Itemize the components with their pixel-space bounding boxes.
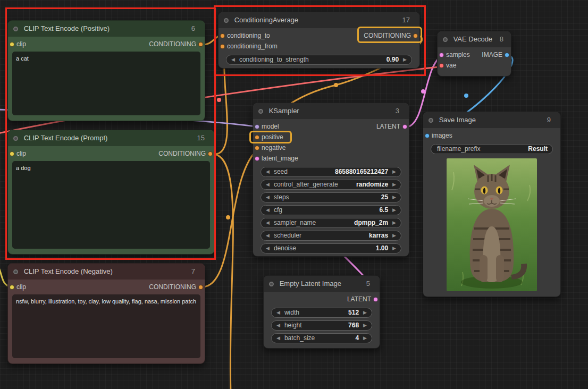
node-header[interactable]: CLIP Text Encode (Prompt) 15 bbox=[8, 130, 214, 146]
latent-output-port[interactable] bbox=[373, 297, 378, 302]
node-title: Save Image bbox=[439, 116, 476, 124]
decrement-arrow-icon[interactable] bbox=[266, 182, 270, 187]
node-ksampler[interactable]: KSampler 3 model LATENT positive negativ… bbox=[253, 103, 409, 257]
node-save-image[interactable]: Save Image 9 images filename_prefix Resu… bbox=[423, 112, 561, 297]
widget-denoise[interactable]: denoise 1.00 bbox=[261, 243, 401, 253]
samples-input-port[interactable] bbox=[439, 53, 444, 57]
clip-input-port[interactable] bbox=[10, 42, 14, 47]
node-header[interactable]: Save Image 9 bbox=[423, 112, 560, 128]
positive-input-port[interactable] bbox=[255, 135, 259, 140]
wire-midpoint-dot bbox=[464, 94, 468, 98]
port-label: vae bbox=[446, 60, 456, 71]
collapse-dot-icon[interactable] bbox=[13, 27, 18, 31]
widget-steps[interactable]: steps 25 bbox=[261, 192, 401, 202]
node-clip-text-encode-prompt[interactable]: CLIP Text Encode (Prompt) 15 clip CONDIT… bbox=[7, 130, 215, 255]
widget-value: 1.00 bbox=[376, 243, 388, 253]
conditioning-to-input-port[interactable] bbox=[220, 33, 225, 38]
increment-arrow-icon[interactable] bbox=[392, 195, 396, 200]
prompt-textarea[interactable]: a cat bbox=[12, 52, 200, 115]
widget-value: karras bbox=[369, 231, 388, 241]
node-header[interactable]: Empty Latent Image 5 bbox=[264, 276, 380, 292]
node-header[interactable]: ConditioningAverage 17 bbox=[219, 12, 419, 28]
increment-arrow-icon[interactable] bbox=[363, 336, 367, 341]
increment-arrow-icon[interactable] bbox=[403, 57, 407, 62]
node-header[interactable]: CLIP Text Encode (Positive) 6 bbox=[8, 21, 205, 37]
wire-midpoint-dot bbox=[334, 83, 338, 87]
collapse-dot-icon[interactable] bbox=[13, 269, 18, 274]
conditioning-output-port[interactable] bbox=[413, 33, 418, 38]
prompt-textarea[interactable]: nsfw, blurry, illustration, toy, clay, l… bbox=[12, 294, 200, 358]
widget-label: denoise bbox=[274, 243, 376, 253]
clip-input-port[interactable] bbox=[10, 151, 14, 156]
decrement-arrow-icon[interactable] bbox=[266, 195, 270, 200]
image-output-port[interactable] bbox=[505, 53, 509, 57]
conditioning-output-port[interactable] bbox=[198, 285, 203, 290]
widget-conditioning-to-strength[interactable]: conditioning_to_strength 0.90 bbox=[226, 55, 412, 65]
decrement-arrow-icon[interactable] bbox=[231, 57, 235, 62]
conditioning-output-port[interactable] bbox=[208, 151, 213, 156]
collapse-dot-icon[interactable] bbox=[258, 109, 263, 114]
prompt-textarea[interactable]: a dog bbox=[12, 161, 210, 249]
clip-input-port[interactable] bbox=[10, 285, 14, 290]
latent-image-input-port[interactable] bbox=[255, 156, 259, 161]
increment-arrow-icon[interactable] bbox=[392, 208, 396, 213]
conditioning-output-port[interactable] bbox=[198, 42, 203, 47]
port-label: clip bbox=[16, 39, 26, 49]
node-id: 5 bbox=[366, 276, 370, 292]
widget-label: filename_prefix bbox=[437, 144, 528, 154]
widget-filename-prefix[interactable]: filename_prefix Result bbox=[431, 144, 553, 154]
model-input-port[interactable] bbox=[255, 124, 259, 129]
conditioning-from-input-port[interactable] bbox=[220, 44, 225, 49]
widget-seed[interactable]: seed 865880165212427 bbox=[261, 167, 401, 177]
widget-value: Result bbox=[528, 144, 548, 154]
decrement-arrow-icon[interactable] bbox=[266, 208, 270, 213]
node-empty-latent-image[interactable]: Empty Latent Image 5 LATENT width 512 he… bbox=[263, 275, 380, 349]
decrement-arrow-icon[interactable] bbox=[266, 233, 270, 238]
node-header[interactable]: CLIP Text Encode (Negative) 7 bbox=[8, 264, 205, 280]
widget-width[interactable]: width 512 bbox=[271, 308, 372, 318]
port-label: samples bbox=[446, 49, 470, 60]
widget-control-after-generate[interactable]: control_after_generate randomize bbox=[261, 180, 401, 190]
increment-arrow-icon[interactable] bbox=[363, 323, 367, 328]
collapse-dot-icon[interactable] bbox=[429, 118, 433, 123]
decrement-arrow-icon[interactable] bbox=[276, 310, 280, 315]
increment-arrow-icon[interactable] bbox=[363, 310, 367, 315]
collapse-dot-icon[interactable] bbox=[13, 136, 18, 141]
increment-arrow-icon[interactable] bbox=[392, 182, 396, 187]
collapse-dot-icon[interactable] bbox=[269, 282, 274, 286]
images-input-port[interactable] bbox=[425, 133, 430, 138]
widget-value: 25 bbox=[381, 192, 388, 202]
port-label: LATENT bbox=[347, 294, 371, 305]
decrement-arrow-icon[interactable] bbox=[266, 221, 270, 225]
increment-arrow-icon[interactable] bbox=[392, 233, 396, 238]
node-id: 17 bbox=[402, 12, 410, 28]
collapse-dot-icon[interactable] bbox=[224, 18, 229, 23]
decrement-arrow-icon[interactable] bbox=[266, 246, 270, 251]
node-clip-text-encode-positive[interactable]: CLIP Text Encode (Positive) 6 clip CONDI… bbox=[7, 20, 205, 121]
negative-input-port[interactable] bbox=[255, 146, 259, 150]
increment-arrow-icon[interactable] bbox=[392, 221, 396, 225]
collapse-dot-icon[interactable] bbox=[443, 37, 448, 42]
widget-label: scheduler bbox=[274, 231, 369, 241]
widget-scheduler[interactable]: scheduler karras bbox=[261, 231, 401, 241]
node-vae-decode[interactable]: VAE Decode 8 samples IMAGE vae bbox=[437, 31, 511, 77]
widget-batch-size[interactable]: batch_size 4 bbox=[271, 333, 372, 343]
decrement-arrow-icon[interactable] bbox=[276, 336, 280, 341]
decrement-arrow-icon[interactable] bbox=[266, 170, 270, 174]
node-header[interactable]: KSampler 3 bbox=[253, 103, 409, 119]
decrement-arrow-icon[interactable] bbox=[276, 323, 280, 328]
increment-arrow-icon[interactable] bbox=[392, 170, 396, 174]
widget-sampler-name[interactable]: sampler_name dpmpp_2m bbox=[261, 218, 401, 228]
node-graph-canvas[interactable]: CLIP Text Encode (Positive) 6 clip CONDI… bbox=[0, 0, 588, 389]
vae-input-port[interactable] bbox=[439, 63, 444, 68]
widget-value: 865880165212427 bbox=[335, 167, 388, 177]
latent-output-port[interactable] bbox=[402, 124, 407, 129]
node-clip-text-encode-negative[interactable]: CLIP Text Encode (Negative) 7 clip CONDI… bbox=[7, 263, 205, 364]
widget-label: batch_size bbox=[284, 333, 355, 343]
widget-cfg[interactable]: cfg 6.5 bbox=[261, 205, 401, 215]
node-header[interactable]: VAE Decode 8 bbox=[438, 31, 511, 47]
widget-height[interactable]: height 768 bbox=[271, 320, 372, 331]
node-title: CLIP Text Encode (Negative) bbox=[24, 267, 113, 275]
increment-arrow-icon[interactable] bbox=[392, 246, 396, 251]
node-conditioning-average[interactable]: ConditioningAverage 17 conditioning_to C… bbox=[218, 12, 420, 69]
